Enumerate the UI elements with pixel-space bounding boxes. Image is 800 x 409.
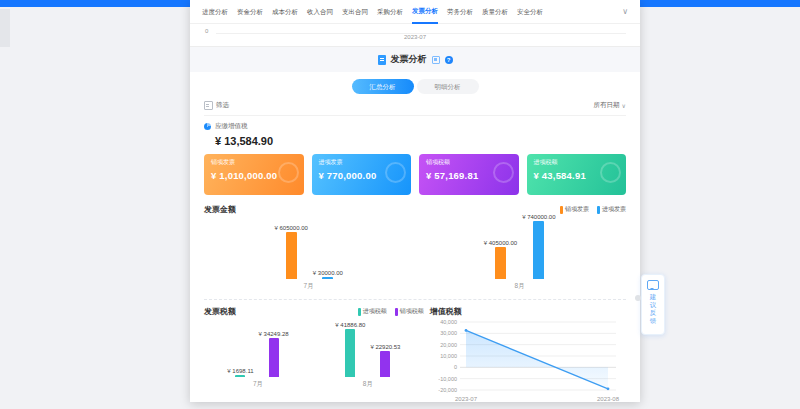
nav-collapse-chevron-icon[interactable]: ∨ xyxy=(622,7,628,16)
kpi-value: ¥ 13,584.90 xyxy=(215,135,626,147)
toggle-明细分析[interactable]: 明细分析 xyxy=(417,79,479,94)
svg-text:2023-07: 2023-07 xyxy=(455,396,478,402)
svg-text:40,000: 40,000 xyxy=(440,319,457,325)
bar-进项发票 xyxy=(322,277,333,279)
invoice-icon xyxy=(378,55,386,65)
invoice-amount-legend: 销项发票进项发票 xyxy=(560,205,626,214)
edit-icon[interactable] xyxy=(432,56,440,64)
bar-销项税额 xyxy=(380,351,390,377)
card-watermark-icon xyxy=(493,162,514,183)
invoice-tax-chart: ¥ 1698.11¥ 34249.287月¥ 41886.80¥ 22920.5… xyxy=(204,321,424,389)
tab-劳务分析[interactable]: 劳务分析 xyxy=(447,1,473,23)
vat-line-svg: 40,00030,00020,00010,0000-10,000-20,0002… xyxy=(430,317,626,403)
previous-chart-remnant: 0 2023-07 xyxy=(190,24,640,47)
bar-value-label: ¥ 405000.00 xyxy=(484,240,517,246)
tab-成本分析[interactable]: 成本分析 xyxy=(272,1,298,23)
svg-text:20,000: 20,000 xyxy=(440,342,457,348)
legend-label: 销项发票 xyxy=(565,205,589,214)
bar-column: ¥ 22920.53 xyxy=(370,344,400,377)
bar-column: ¥ 34249.28 xyxy=(259,331,289,377)
section-title: 发票金额 xyxy=(204,204,236,215)
section-divider xyxy=(204,299,626,300)
legend-item-进项发票[interactable]: 进项发票 xyxy=(597,205,626,214)
bar-column: ¥ 41886.80 xyxy=(335,322,365,377)
kpi-label: 应缴增值税 xyxy=(215,122,248,131)
summary-card-进项税额: 进项税额¥ 43,584.91 xyxy=(527,154,627,195)
tab-资金分析[interactable]: 资金分析 xyxy=(237,1,263,23)
sidebar-edge xyxy=(0,9,10,47)
category-label: 7月 xyxy=(253,380,263,389)
filter-row: 筛选 所有日期 ∨ xyxy=(204,101,626,116)
summary-card-销项发票: 销项发票¥ 1,010,000.00 xyxy=(204,154,304,195)
filter-button[interactable]: 筛选 xyxy=(204,101,229,110)
help-icon[interactable]: ? xyxy=(445,56,453,64)
tab-安全分析[interactable]: 安全分析 xyxy=(517,1,543,23)
tab-进度分析[interactable]: 进度分析 xyxy=(202,1,228,23)
bar-column: ¥ 30000.00 xyxy=(313,270,343,279)
bar-进项税额 xyxy=(235,375,245,377)
bar-column: ¥ 740000.00 xyxy=(522,214,555,279)
bar-value-label: ¥ 41886.80 xyxy=(335,322,365,328)
invoice-amount-header: 发票金额 销项发票进项发票 xyxy=(204,204,626,215)
panel-header: 发票分析 ? xyxy=(190,47,640,72)
svg-text:-10,000: -10,000 xyxy=(438,376,457,382)
svg-text:10,000: 10,000 xyxy=(440,353,457,359)
card-watermark-icon xyxy=(600,162,621,183)
bar-value-label: ¥ 605000.00 xyxy=(274,225,307,231)
legend-item-销项税额[interactable]: 销项税额 xyxy=(395,307,424,316)
bars: ¥ 41886.80¥ 22920.53 xyxy=(335,322,400,377)
bar-column: ¥ 1698.11 xyxy=(227,368,253,377)
invoice-tax-section: 发票税额 进项税额销项税额 ¥ 1698.11¥ 34249.287月¥ 418… xyxy=(204,304,430,398)
bar-value-label: ¥ 1698.11 xyxy=(227,368,253,374)
invoice-tax-legend: 进项税额销项税额 xyxy=(358,307,424,316)
bar-value-label: ¥ 34249.28 xyxy=(259,331,289,337)
toggle-汇总分析[interactable]: 汇总分析 xyxy=(352,79,414,94)
bar-value-label: ¥ 740000.00 xyxy=(522,214,555,220)
analysis-card: 汇总分析明细分析 筛选 所有日期 ∨ 应缴增值税 ¥ 13,584.90 销项发… xyxy=(190,72,640,402)
bottom-charts: 发票税额 进项税额销项税额 ¥ 1698.11¥ 34249.287月¥ 418… xyxy=(204,304,626,398)
svg-text:-20,000: -20,000 xyxy=(438,387,457,393)
summary-cards: 销项发票¥ 1,010,000.00进项发票¥ 770,000.00销项税额¥ … xyxy=(204,154,626,195)
feedback-widget[interactable]: 建议反馈 xyxy=(641,274,665,335)
category-label: 7月 xyxy=(304,282,314,291)
pie-icon xyxy=(204,123,211,130)
date-filter-value: 所有日期 xyxy=(594,101,620,110)
bars: ¥ 605000.00¥ 30000.00 xyxy=(274,225,342,279)
bar-group-7月: ¥ 605000.00¥ 30000.007月 xyxy=(274,225,342,291)
bar-value-label: ¥ 30000.00 xyxy=(313,270,343,276)
summary-card-进项发票: 进项发票¥ 770,000.00 xyxy=(312,154,412,195)
card-watermark-icon xyxy=(385,162,406,183)
bar-group-8月: ¥ 41886.80¥ 22920.538月 xyxy=(335,322,400,389)
legend-marker xyxy=(395,308,398,316)
section-title: 发票税额 xyxy=(204,306,236,317)
legend-item-销项发票[interactable]: 销项发票 xyxy=(560,205,589,214)
legend-label: 进项发票 xyxy=(602,205,626,214)
legend-item-进项税额[interactable]: 进项税额 xyxy=(358,307,387,316)
analysis-toggle: 汇总分析明细分析 xyxy=(204,79,626,94)
feedback-label: 建议反馈 xyxy=(648,293,658,326)
tab-发票分析[interactable]: 发票分析 xyxy=(412,0,438,24)
vat-header: 增值税额 xyxy=(430,306,626,317)
card-watermark-icon xyxy=(278,162,299,183)
tab-质量分析[interactable]: 质量分析 xyxy=(482,1,508,23)
category-label: 8月 xyxy=(515,282,525,291)
category-label: 8月 xyxy=(363,380,373,389)
chat-bubble-icon xyxy=(647,280,659,290)
bar-销项发票 xyxy=(286,232,297,279)
summary-card-销项税额: 销项税额¥ 57,169.81 xyxy=(419,154,519,195)
bar-value-label: ¥ 22920.53 xyxy=(370,344,400,350)
tab-支出合同[interactable]: 支出合同 xyxy=(342,1,368,23)
kpi-block: 应缴增值税 ¥ 13,584.90 xyxy=(204,122,626,147)
bar-column: ¥ 605000.00 xyxy=(274,225,307,279)
vat-line-chart: 40,00030,00020,00010,0000-10,000-20,0002… xyxy=(430,317,626,407)
legend-marker xyxy=(597,206,600,214)
date-filter-dropdown[interactable]: 所有日期 ∨ xyxy=(594,101,626,110)
bar-销项发票 xyxy=(495,247,506,279)
bar-进项发票 xyxy=(533,221,544,279)
chevron-down-icon: ∨ xyxy=(622,102,626,109)
svg-text:2023-08: 2023-08 xyxy=(597,396,620,402)
legend-marker xyxy=(358,308,361,316)
tab-采购分析[interactable]: 采购分析 xyxy=(377,1,403,23)
tab-收入合同[interactable]: 收入合同 xyxy=(307,1,333,23)
svg-text:0: 0 xyxy=(454,364,457,370)
